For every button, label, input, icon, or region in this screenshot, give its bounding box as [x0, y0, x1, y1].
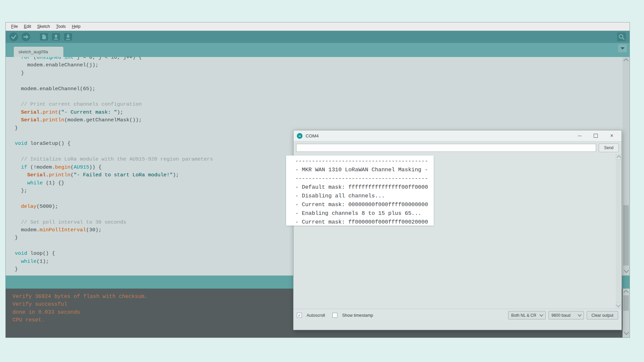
serial-monitor-button[interactable]	[617, 32, 626, 42]
serial-scrollbar[interactable]	[616, 155, 621, 308]
serial-output-line: ----------------------------------------	[295, 174, 428, 183]
baud-rate-dropdown[interactable]: 9600 baud	[548, 311, 584, 319]
serial-input[interactable]	[296, 144, 596, 152]
scroll-down-button[interactable]	[616, 303, 621, 308]
serial-monitor-window: ∞ COM4 × Send --------------------------…	[293, 130, 622, 330]
editor-scrollbar[interactable]	[623, 57, 630, 276]
menu-edit[interactable]: Edit	[21, 23, 34, 29]
line-ending-dropdown[interactable]: Both NL & CR	[508, 311, 546, 319]
maximize-icon	[594, 134, 598, 138]
minimize-button[interactable]	[577, 133, 582, 138]
toolbar	[6, 31, 630, 43]
new-sketch-icon	[40, 33, 48, 41]
serial-output-area[interactable]: ----------------------------------------…	[293, 154, 622, 309]
baud-rate-value: 9600 baud	[551, 313, 571, 318]
serial-output-line: - Disabling all channels...	[295, 192, 428, 200]
serial-output-line: - Default mask: ffffffffffffffff00ff0000	[295, 183, 428, 192]
show-timestamp-checkbox[interactable]	[332, 313, 337, 318]
send-label: Send	[604, 145, 613, 150]
code-line	[15, 77, 630, 85]
menu-tools[interactable]: Tools	[53, 23, 68, 29]
scroll-up-icon[interactable]	[624, 290, 629, 295]
scroll-up-icon	[617, 155, 621, 160]
serial-monitor-controls: ✓ Autoscroll Show timestamp Both NL & CR…	[293, 309, 622, 321]
code-line: Serial.print("- Current mask: ");	[15, 109, 630, 116]
tab-list-button[interactable]	[618, 44, 627, 52]
menu-bar: FileEditSketchToolsHelp	[6, 22, 630, 31]
editor-scrollbar-thumb[interactable]	[623, 205, 629, 265]
window-buttons: ×	[577, 133, 618, 138]
serial-output-text: ----------------------------------------…	[295, 157, 428, 227]
menu-file[interactable]: File	[8, 23, 20, 29]
scroll-up-button[interactable]	[616, 155, 621, 160]
serial-monitor-icon	[617, 32, 626, 42]
show-timestamp-label: Show timestamp	[342, 313, 373, 318]
menu-sketch[interactable]: Sketch	[35, 23, 53, 29]
menu-help[interactable]: Help	[69, 23, 83, 29]
console-scrollbar-thumb[interactable]	[623, 295, 629, 311]
scroll-down-icon	[616, 303, 621, 307]
autoscroll-checkbox[interactable]: ✓	[297, 313, 302, 318]
send-button[interactable]: Send	[599, 143, 619, 152]
clear-output-button[interactable]: Clear output	[587, 311, 618, 319]
scroll-down-icon[interactable]	[624, 268, 629, 273]
console-scrollbar[interactable]	[623, 289, 630, 338]
autoscroll-label: Autoscroll	[307, 313, 325, 318]
save-button[interactable]	[63, 32, 73, 42]
code-line: for (unsigned int j = 8; j < 16; j++) {	[15, 57, 630, 61]
code-line: }	[15, 69, 630, 77]
serial-monitor-title: COM4	[306, 133, 319, 138]
open-icon	[52, 33, 60, 41]
scroll-down-icon[interactable]	[624, 330, 629, 335]
chevron-down-icon	[539, 313, 543, 316]
chevron-down-icon	[578, 313, 581, 316]
line-ending-value: Both NL & CR	[511, 313, 536, 318]
serial-output-line: - Enabling channels 8 to 15 plus 65...	[295, 209, 428, 218]
upload-icon	[21, 32, 31, 42]
save-icon	[64, 33, 72, 41]
scroll-up-icon[interactable]	[624, 58, 629, 64]
code-line: // Print current channels configuration	[15, 101, 630, 108]
serial-input-row: Send	[293, 141, 622, 154]
upload-button[interactable]	[21, 32, 31, 42]
maximize-button[interactable]	[593, 133, 598, 138]
serial-output-line: - MKR WAN 1310 LoRaWAN Channel Masking -	[295, 166, 428, 174]
tab-sketch[interactable]: sketch_aug09a	[14, 47, 63, 57]
code-line: Serial.println(modem.getChannelMask());	[15, 116, 630, 124]
code-line: modem.enableChannel(65);	[15, 85, 630, 93]
code-line	[15, 93, 630, 101]
new-sketch-button[interactable]	[39, 32, 49, 42]
serial-monitor-titlebar[interactable]: ∞ COM4 ×	[293, 130, 622, 141]
close-button[interactable]: ×	[609, 133, 614, 138]
serial-output-line: - Current mask: 00000000f000ffff00000000	[295, 200, 428, 209]
tab-bar: sketch_aug09a	[6, 43, 630, 57]
serial-output-line: - Current mask: ff000000f000ffff00020000	[295, 218, 428, 227]
arduino-app-icon: ∞	[297, 133, 303, 139]
verify-icon	[9, 32, 18, 42]
clear-output-label: Clear output	[591, 313, 613, 318]
open-button[interactable]	[51, 32, 61, 42]
desktop: { "theme": { "arduino_teal": "#00979c", …	[0, 0, 644, 362]
minimize-icon	[578, 136, 582, 136]
tab-label: sketch_aug09a	[18, 49, 48, 54]
code-line: modem.enableChannel(j);	[15, 61, 630, 69]
serial-output-line: ----------------------------------------	[295, 157, 428, 166]
verify-button[interactable]	[9, 32, 18, 42]
chevron-down-icon	[621, 47, 625, 50]
